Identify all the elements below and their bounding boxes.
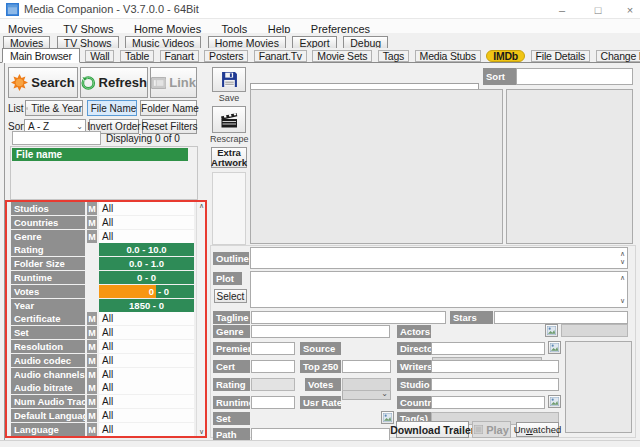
actor-role-field[interactable] — [561, 324, 628, 337]
set-image-button[interactable] — [381, 411, 394, 424]
file-name-button[interactable]: File Name — [87, 100, 137, 116]
filter-combo[interactable]: All — [99, 354, 194, 367]
premiere-input[interactable] — [251, 342, 295, 355]
folder-name-button[interactable]: Folder Name — [140, 100, 197, 116]
filter-label: Audio bitrate — [11, 381, 85, 394]
tab-fanart[interactable]: Fanart — [160, 50, 199, 62]
action-side-panel — [212, 172, 246, 245]
multi-toggle[interactable]: M — [87, 202, 97, 215]
writers-input[interactable] — [431, 360, 559, 373]
multi-toggle[interactable]: M — [87, 354, 97, 367]
rating-range-slider[interactable]: 0.0 - 10.0 — [99, 243, 194, 256]
multi-toggle[interactable]: M — [87, 340, 97, 353]
tab-fanart-tv[interactable]: Fanart.Tv — [254, 50, 307, 62]
actor-image-button[interactable] — [545, 324, 558, 337]
runtime-input[interactable] — [251, 396, 295, 409]
search-button-label: Search — [31, 75, 74, 90]
scroll-up-icon[interactable]: ∧ — [199, 202, 204, 210]
download-trailer-button[interactable]: Download Trailer — [396, 421, 469, 438]
stars-input[interactable] — [494, 311, 628, 324]
reset-filters-button[interactable]: Reset Filters — [142, 119, 197, 134]
scroll-up-icon[interactable]: ∧ — [620, 274, 625, 282]
outline-textarea[interactable]: ∧ ∨ — [250, 247, 628, 269]
tab-media-stubs[interactable]: Media Stubs — [415, 50, 481, 62]
scroll-down-icon[interactable]: ∨ — [620, 258, 625, 266]
cert-input[interactable] — [251, 360, 295, 373]
tab-tags[interactable]: Tags — [378, 50, 409, 62]
mode-toolbar: Movies TV Shows Music Videos Home Movies… — [0, 33, 640, 48]
filter-combo[interactable]: All — [99, 202, 194, 215]
multi-toggle[interactable]: M — [87, 381, 97, 394]
select-button[interactable]: Select — [214, 289, 247, 303]
sort-field-input[interactable] — [516, 68, 633, 85]
maximize-button[interactable]: □ — [584, 0, 612, 19]
multi-toggle[interactable]: M — [87, 230, 97, 243]
filter-combo[interactable]: All — [99, 381, 194, 394]
extra-artwork-button[interactable]: Extra Artwork — [211, 147, 247, 168]
tab-posters[interactable]: Posters — [204, 50, 248, 62]
country-input[interactable] — [431, 396, 545, 409]
play-button[interactable]: Play — [472, 421, 511, 438]
multi-toggle[interactable]: M — [87, 368, 97, 381]
scroll-down-icon[interactable]: ∨ — [199, 428, 204, 436]
rescrape-button[interactable] — [212, 106, 246, 133]
rescrape-label: Rescrape — [210, 134, 248, 144]
save-button[interactable] — [212, 67, 246, 92]
genre-input[interactable] — [251, 325, 390, 338]
filter-label: Rating — [11, 243, 85, 256]
movie-list[interactable]: File name — [10, 146, 198, 200]
tab-table[interactable]: Table — [120, 50, 154, 62]
tab-file-details[interactable]: File Details — [531, 50, 591, 62]
multi-toggle[interactable]: M — [87, 409, 97, 422]
votes-range-slider-left[interactable]: 0 — [99, 285, 156, 298]
filter-combo[interactable]: All — [99, 395, 194, 408]
search-button[interactable]: Search — [8, 67, 78, 98]
director-image-button[interactable] — [548, 341, 561, 354]
votes-range-slider-right[interactable]: - 0 — [156, 285, 194, 298]
poster-preview-panel[interactable] — [506, 89, 633, 244]
tagline-input[interactable] — [251, 311, 446, 324]
list-search-input[interactable] — [12, 131, 101, 145]
tab-wall[interactable]: Wall — [85, 50, 114, 62]
multi-toggle[interactable]: M — [87, 326, 97, 339]
filter-scrollbar[interactable]: ∧ ∨ — [196, 202, 206, 436]
filter-combo[interactable]: All — [99, 423, 194, 436]
top250-input[interactable] — [342, 360, 391, 373]
minimize-button[interactable]: – — [548, 0, 576, 19]
title-year-button[interactable]: Title & Year — [25, 100, 83, 116]
filter-combo[interactable]: All — [99, 230, 194, 243]
runtime-range-slider[interactable]: 0 - 0 — [99, 271, 194, 284]
filter-combo[interactable]: All — [99, 312, 194, 325]
cert-label: Cert — [213, 360, 250, 373]
filter-combo[interactable]: All — [99, 409, 194, 422]
multi-toggle[interactable]: M — [87, 423, 97, 436]
close-button[interactable]: × — [616, 0, 640, 19]
list-column-header[interactable]: File name — [12, 148, 188, 161]
tab-main-browser[interactable]: Main Browser — [2, 48, 80, 63]
plot-textarea[interactable]: ∧ ∨ — [250, 271, 628, 308]
multi-toggle[interactable]: M — [87, 395, 97, 408]
tab-movie-sets[interactable]: Movie Sets — [312, 50, 372, 62]
filter-label: Votes — [11, 285, 85, 298]
scroll-down-icon[interactable]: ∨ — [620, 297, 625, 305]
unwatched-button[interactable]: Unwatched — [516, 422, 559, 437]
tab-change-movie[interactable]: Change Movie — [596, 50, 640, 62]
folder-size-range-slider[interactable]: 0.0 - 1.0 — [99, 257, 194, 270]
filter-combo[interactable]: All — [99, 340, 194, 353]
refresh-button[interactable]: Refresh — [80, 67, 148, 98]
director-input[interactable] — [431, 342, 545, 355]
multi-toggle[interactable]: M — [87, 216, 97, 229]
studio-label: Studio — [397, 378, 431, 391]
tab-imdb[interactable]: IMDb — [486, 50, 525, 62]
year-range-slider[interactable]: 1850 - 0 — [99, 299, 194, 312]
filter-combo[interactable]: All — [99, 216, 194, 229]
studio-input[interactable] — [431, 378, 559, 391]
fanart-preview-panel[interactable] — [250, 89, 503, 244]
scroll-up-icon[interactable]: ∧ — [620, 250, 625, 258]
actor-thumbnail-panel — [565, 341, 632, 433]
multi-toggle[interactable]: M — [87, 312, 97, 325]
filter-combo[interactable]: All — [99, 326, 194, 339]
country-image-button[interactable] — [548, 395, 561, 408]
filter-combo[interactable]: All — [99, 368, 194, 381]
link-button[interactable]: Link — [150, 67, 197, 98]
